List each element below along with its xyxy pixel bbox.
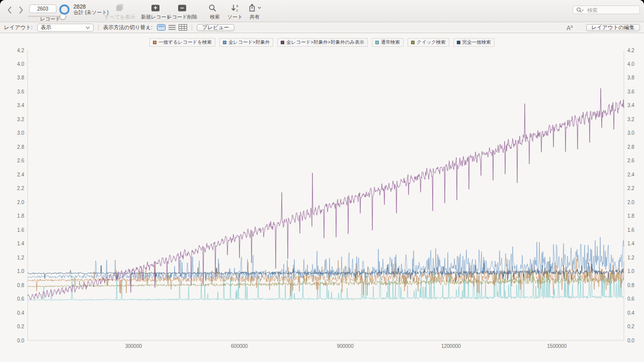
- legend-label: 通常検索: [381, 39, 400, 46]
- svg-text:2.4: 2.4: [17, 172, 24, 177]
- formatting-bar-toggle[interactable]: Aa: [567, 24, 573, 31]
- svg-text:0.2: 0.2: [627, 324, 634, 329]
- current-record-input[interactable]: [29, 5, 56, 13]
- list-view-icon[interactable]: [168, 24, 176, 31]
- legend-swatch-icon: [375, 41, 379, 44]
- svg-text:0.0: 0.0: [627, 338, 634, 343]
- layout-content: 一致するレコードを検索全レコード>対象外全レコード>対象外>対象外のみ表示通常検…: [0, 33, 644, 362]
- preview-button[interactable]: プレビュー: [197, 24, 234, 31]
- svg-text:3.4: 3.4: [627, 103, 634, 108]
- svg-text:0.2: 0.2: [17, 324, 24, 329]
- legend-swatch-icon: [457, 41, 460, 44]
- svg-text:4.0: 4.0: [17, 61, 24, 67]
- svg-text:1.6: 1.6: [17, 227, 24, 233]
- edit-layout-button[interactable]: レイアウトの編集: [586, 24, 640, 31]
- legend-label: 全レコード>対象外: [228, 39, 270, 46]
- svg-text:2.4: 2.4: [627, 172, 634, 177]
- svg-text:900000: 900000: [337, 343, 354, 349]
- svg-text:4.2: 4.2: [627, 48, 634, 53]
- svg-text:3.0: 3.0: [627, 130, 634, 136]
- svg-text:1.8: 1.8: [627, 213, 634, 219]
- svg-text:0.0: 0.0: [17, 338, 24, 343]
- svg-text:3.6: 3.6: [17, 89, 24, 95]
- svg-text:1.4: 1.4: [17, 241, 24, 246]
- legend-label: 完全一致検索: [462, 39, 491, 46]
- svg-text:0.6: 0.6: [17, 296, 24, 302]
- delete-record-icon: [177, 4, 187, 12]
- svg-text:3.8: 3.8: [17, 75, 24, 80]
- new-record-icon: [150, 4, 160, 12]
- divider: [192, 24, 192, 31]
- svg-text:3.8: 3.8: [627, 75, 634, 80]
- legend-swatch-icon: [153, 41, 156, 44]
- quick-search-input[interactable]: [586, 7, 636, 14]
- legend-item: 通常検索: [372, 38, 404, 47]
- status-toolbar: 2828 合計 (未ソート) レコード すべてを表示 新規レコード レコード削除: [0, 0, 644, 22]
- table-view-icon[interactable]: [179, 24, 187, 31]
- svg-text:3.6: 3.6: [627, 89, 634, 95]
- show-all-button: すべてを表示: [99, 3, 141, 21]
- svg-text:0.4: 0.4: [627, 310, 634, 316]
- sort-button[interactable]: a z ソート: [224, 3, 246, 21]
- legend-label: 全レコード>対象外>対象外のみ表示: [286, 39, 364, 46]
- svg-text:0.4: 0.4: [17, 310, 24, 316]
- svg-text:3.2: 3.2: [627, 117, 634, 122]
- records-label: レコード: [26, 16, 74, 23]
- svg-text:2.6: 2.6: [17, 158, 24, 163]
- legend-label: 一致するレコードを検索: [158, 39, 212, 46]
- svg-text:1.2: 1.2: [17, 255, 24, 260]
- legend-item: 全レコード>対象外: [219, 38, 273, 47]
- svg-text:1.0: 1.0: [627, 268, 634, 274]
- layout-label: レイアウト:: [4, 24, 33, 31]
- chart-legend: 一致するレコードを検索全レコード>対象外全レコード>対象外>対象外のみ表示通常検…: [0, 38, 644, 47]
- previous-record-button[interactable]: [5, 5, 14, 15]
- svg-text:1.8: 1.8: [17, 213, 24, 219]
- svg-text:3.2: 3.2: [17, 117, 24, 122]
- form-view-icon[interactable]: [157, 24, 166, 31]
- svg-text:1500000: 1500000: [547, 343, 567, 349]
- legend-swatch-icon: [281, 41, 284, 44]
- legend-item: クイック検索: [408, 38, 449, 47]
- view-mode-switcher: [157, 24, 187, 31]
- delete-record-button[interactable]: レコード削除: [167, 3, 198, 21]
- quick-search-icon: [576, 7, 584, 13]
- layout-select[interactable]: 表示: [37, 24, 94, 32]
- share-icon: [248, 4, 262, 12]
- find-button[interactable]: 検索: [202, 3, 227, 21]
- found-set-pie-icon[interactable]: [58, 4, 70, 16]
- svg-text:2.8: 2.8: [627, 144, 634, 150]
- performance-line-chart: 0.00.00.20.20.40.40.60.60.80.81.01.01.21…: [0, 33, 644, 362]
- svg-text:2.0: 2.0: [17, 200, 24, 205]
- search-icon: [208, 4, 222, 12]
- quick-search-field[interactable]: [573, 6, 640, 14]
- svg-text:600000: 600000: [231, 343, 248, 349]
- chevron-right-icon: [19, 7, 24, 14]
- svg-text:2.0: 2.0: [627, 200, 634, 205]
- legend-swatch-icon: [223, 41, 226, 44]
- share-button[interactable]: 共有: [243, 3, 266, 21]
- svg-text:1.0: 1.0: [17, 268, 24, 274]
- svg-text:1.4: 1.4: [627, 241, 634, 246]
- svg-text:4.2: 4.2: [17, 48, 24, 53]
- stacked-records-icon: [115, 4, 125, 12]
- svg-text:a: a: [236, 4, 238, 8]
- next-record-button[interactable]: [17, 5, 26, 15]
- layout-select-value: 表示: [41, 24, 51, 31]
- new-record-button[interactable]: 新規レコード: [141, 3, 170, 21]
- svg-text:z: z: [236, 9, 238, 12]
- filemaker-window: 2828 合計 (未ソート) レコード すべてを表示 新規レコード レコード削除: [0, 0, 644, 362]
- legend-item: 一致するレコードを検索: [149, 38, 215, 47]
- layout-bar: レイアウト: 表示 表示方法の切り替え: プレビュー Aa レイアウトの編集: [0, 22, 644, 33]
- svg-text:3.4: 3.4: [17, 103, 24, 108]
- svg-text:0.8: 0.8: [627, 283, 634, 288]
- svg-text:1200000: 1200000: [441, 343, 461, 349]
- legend-label: クイック検索: [417, 39, 446, 46]
- legend-swatch-icon: [411, 41, 415, 44]
- svg-text:2.2: 2.2: [17, 186, 24, 191]
- svg-text:300000: 300000: [125, 343, 142, 349]
- svg-text:4.0: 4.0: [627, 61, 634, 67]
- svg-text:2.2: 2.2: [627, 186, 634, 191]
- svg-text:0.8: 0.8: [17, 283, 24, 288]
- svg-text:2.6: 2.6: [627, 158, 634, 163]
- svg-text:3.0: 3.0: [17, 130, 24, 136]
